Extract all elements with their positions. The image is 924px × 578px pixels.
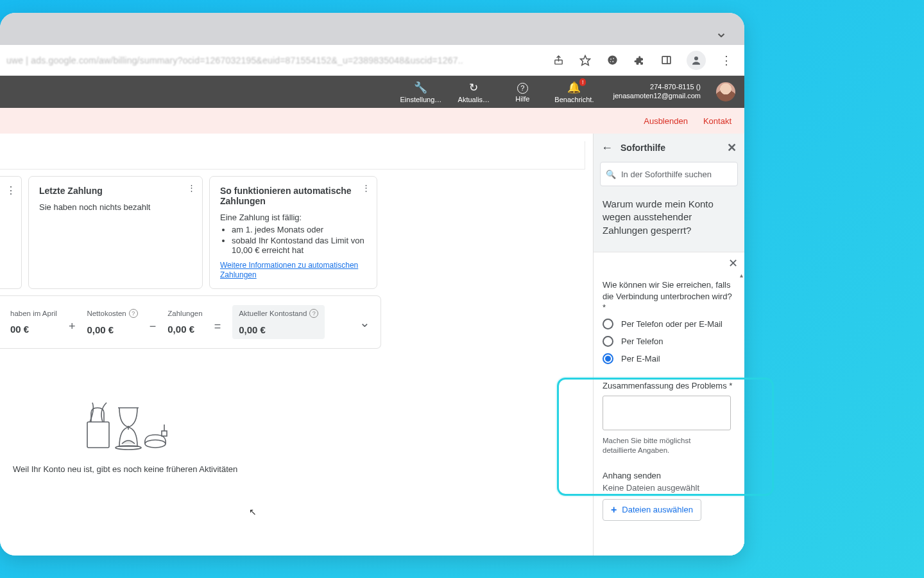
radio-icon — [603, 353, 613, 364]
bell-icon: 🔔! — [567, 81, 581, 94]
radio-label: Per Telefon — [621, 337, 663, 346]
kebab-icon[interactable]: ⋮ — [362, 183, 370, 193]
address-bar: uwe | ads.google.com/aw/billing/summary?… — [0, 45, 744, 76]
kebab-icon[interactable]: ⋮ — [6, 184, 16, 197]
svg-point-6 — [610, 61, 611, 62]
hourglass-illustration — [83, 394, 173, 451]
url-text[interactable]: uwe | ads.google.com/aw/billing/summary?… — [6, 55, 543, 66]
radio-option-both[interactable]: Per Telefon oder per E-Mail — [603, 319, 735, 329]
profile-avatar-icon[interactable] — [687, 51, 706, 70]
radio-icon — [603, 319, 613, 329]
empty-message: Weil Ihr Konto neu ist, gibt es noch kei… — [13, 464, 585, 474]
attachment-status: Keine Dateien ausgewählt — [603, 483, 735, 493]
help-button[interactable]: ? Hilfe — [506, 81, 539, 103]
cell-label: Zahlungen — [167, 310, 202, 317]
bullet-item: am 1. jedes Monats oder — [232, 225, 366, 234]
back-arrow-icon[interactable]: ← — [601, 141, 613, 155]
summary-hint: Machen Sie bitte möglichst detaillierte … — [603, 436, 718, 455]
close-icon[interactable]: ✕ — [727, 141, 737, 155]
billing-content: ⋮ ⋮ Letzte Zahlung Sie haben noch nichts… — [0, 134, 593, 556]
notif-badge: ! — [579, 78, 586, 86]
account-info[interactable]: 274-870-8115 () jenasamoten12@gmail.com — [613, 83, 701, 101]
cell-label: Nettokosten — [87, 310, 126, 317]
plus-icon: + — [69, 320, 76, 333]
plus-icon: + — [611, 504, 617, 516]
banner-hide-link[interactable]: Ausblenden — [644, 116, 688, 126]
browser-window: ⌄ uwe | ads.google.com/aw/billing/summar… — [0, 13, 744, 556]
card-subtitle: Eine Zahlung ist fällig: — [220, 213, 366, 222]
mouse-cursor-icon: ↖ — [249, 507, 257, 517]
cookie-icon[interactable] — [606, 54, 619, 67]
choose-files-label: Dateien auswählen — [622, 505, 693, 514]
content-top-strip — [0, 141, 585, 170]
scroll-up-icon[interactable]: ▴ — [740, 272, 743, 279]
help-search-input[interactable]: 🔍 In der Soforthilfe suchen — [600, 162, 738, 186]
svg-rect-7 — [662, 57, 671, 64]
svg-point-2 — [608, 55, 617, 64]
account-email: jenasamoten12@gmail.com — [613, 92, 701, 101]
notifications-button[interactable]: 🔔! Benachricht. — [554, 81, 594, 103]
help-article-title: Warum wurde mein Konto wegen ausstehende… — [594, 186, 744, 246]
notif-label: Benachricht. — [554, 96, 594, 103]
settings-button[interactable]: 🔧 Einstellung… — [400, 81, 442, 103]
problem-summary-input[interactable] — [603, 396, 731, 430]
cell-value: 0,00 € — [167, 324, 202, 335]
svg-marker-1 — [581, 55, 590, 65]
settings-label: Einstellung… — [400, 96, 442, 103]
cell-value: 00 € — [10, 324, 57, 335]
card-auto-payments: ⋮ So funktionieren automatische Zahlunge… — [209, 176, 377, 289]
radio-label: Per E-Mail — [621, 354, 660, 363]
banner-contact-link[interactable]: Kontakt — [703, 116, 732, 126]
search-icon: 🔍 — [606, 170, 616, 179]
kebab-icon[interactable]: ⋮ — [187, 183, 196, 193]
help-label: Hilfe — [515, 95, 529, 103]
balance-summary: haben im April 00 € + Nettokosten ? 0,00… — [0, 295, 381, 349]
kebab-icon[interactable]: ⋮ — [720, 54, 733, 67]
card-last-payment: ⋮ Letzte Zahlung Sie haben noch nichts b… — [28, 176, 203, 289]
help-icon[interactable]: ? — [129, 309, 138, 318]
tab-strip: ⌄ — [0, 13, 744, 45]
svg-point-5 — [612, 61, 613, 62]
radio-option-email[interactable]: Per E-Mail — [603, 353, 735, 364]
star-icon[interactable] — [579, 54, 592, 67]
chevron-down-icon[interactable]: ⌄ — [359, 315, 370, 330]
chevron-down-icon[interactable]: ⌄ — [715, 23, 728, 41]
account-id: 274-870-8115 () — [613, 83, 701, 92]
close-icon[interactable]: ✕ — [728, 256, 738, 270]
empty-state: Weil Ihr Konto neu ist, gibt es noch kei… — [0, 394, 585, 474]
alert-banner: Ausblenden Kontakt — [0, 108, 744, 134]
wrench-icon: 🔧 — [414, 81, 427, 94]
cell-label: haben im April — [10, 310, 57, 317]
sidepanel-icon[interactable] — [660, 54, 672, 67]
refresh-button[interactable]: ↻ Aktualis… — [457, 81, 490, 103]
card-partial-left: ⋮ — [0, 176, 22, 289]
svg-point-12 — [145, 440, 166, 448]
radio-icon — [603, 336, 613, 347]
share-icon[interactable] — [552, 54, 565, 67]
contact-form: ✕ ▴ Wie können wir Sie erreichen, falls … — [594, 252, 744, 556]
choose-files-button[interactable]: + Dateien auswählen — [603, 499, 701, 521]
radio-option-phone[interactable]: Per Telefon — [603, 336, 735, 347]
account-avatar[interactable] — [716, 82, 735, 101]
bullet-item: sobald Ihr Kontostand das Limit von 10,0… — [232, 236, 366, 255]
svg-point-4 — [613, 58, 614, 59]
refresh-icon: ↻ — [469, 81, 478, 94]
cell-value: 0,00 € — [239, 324, 318, 335]
learn-more-link[interactable]: Weitere Informationen zu automatischen Z… — [220, 261, 358, 279]
radio-label: Per Telefon oder per E-Mail — [621, 319, 723, 329]
app-top-bar: 🔧 Einstellung… ↻ Aktualis… ? Hilfe 🔔! Be… — [0, 76, 744, 108]
help-side-panel: ← Soforthilfe ✕ 🔍 In der Soforthilfe suc… — [593, 134, 744, 556]
cell-value: 0,00 € — [87, 324, 137, 335]
form-question: Wie können wir Sie erreichen, falls die … — [603, 279, 735, 313]
help-icon[interactable]: ? — [309, 309, 318, 318]
svg-point-9 — [694, 57, 698, 60]
puzzle-icon[interactable] — [633, 54, 646, 67]
card-title: Letzte Zahlung — [39, 186, 192, 196]
refresh-label: Aktualis… — [458, 96, 490, 103]
equals-icon: = — [214, 320, 221, 333]
attachment-label: Anhang senden — [603, 471, 735, 480]
svg-rect-13 — [162, 431, 167, 436]
cell-label: Aktueller Kontostand — [239, 310, 307, 317]
search-placeholder: In der Soforthilfe suchen — [621, 170, 712, 179]
summary-label: Zusammenfassung des Problems * — [603, 381, 735, 390]
